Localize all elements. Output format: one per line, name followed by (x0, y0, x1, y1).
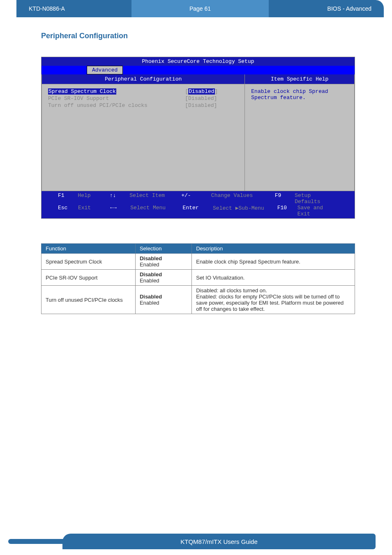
bios-value-selected: Disabled (188, 88, 214, 95)
cell-description: Set IO Virtualization. (192, 270, 355, 286)
legend-action: Select Item (129, 192, 181, 205)
bios-panel-title: Peripheral Configuration (42, 74, 245, 84)
section-label: BIOS - Advanced (269, 0, 384, 17)
cell-selection: DisabledEnabled (135, 286, 191, 314)
cell-selection: DisabledEnabled (135, 254, 191, 270)
legend-key: Enter (183, 205, 213, 217)
bios-settings-list: Spread Spectrum Clock [Disabled] PCIe SR… (42, 84, 245, 191)
legend-key: ←→ (110, 205, 130, 217)
legend-action: Select ▶Sub-Menu (213, 205, 277, 217)
bios-help-text: Enable clock chip Spread Spectrum featur… (245, 84, 355, 191)
cell-description: Enable clock chip Spread Spectrum featur… (192, 254, 355, 270)
cell-function: Turn off unused PCI/PCIe clocks (42, 286, 136, 314)
footer-decoration (8, 539, 66, 544)
bios-tab-advanced: Advanced (87, 66, 123, 74)
cell-selection: DisabledEnabled (135, 270, 191, 286)
bios-tab-bar: Advanced (42, 66, 355, 74)
legend-key: F1 (58, 192, 78, 205)
bios-key-legend: F1 Help ↑↓ Select Item +/- Change Values… (42, 191, 355, 218)
cell-function: Spread Spectrum Clock (42, 254, 136, 270)
page-number: Page 61 (131, 0, 269, 17)
legend-action: Exit (78, 205, 110, 217)
page-header: KTD-N0886-A Page 61 BIOS - Advanced (0, 0, 392, 17)
bios-label: Turn off unused PCI/PCIe clocks (48, 102, 185, 109)
page-footer: KTQM87/mITX Users Guide (8, 534, 376, 549)
table-row: PCIe SR-IOV Support DisabledEnabled Set … (42, 270, 355, 286)
bios-label: Spread Spectrum Clock (48, 88, 116, 95)
parameter-table: Function Selection Description Spread Sp… (41, 243, 355, 314)
legend-key: F10 (277, 205, 297, 217)
bios-help-title: Item Specific Help (245, 74, 355, 84)
table-header-row: Function Selection Description (42, 244, 355, 254)
doc-id: KTD-N0886-A (16, 0, 131, 17)
legend-action: Change Values (211, 192, 275, 205)
col-description: Description (192, 244, 355, 254)
bios-value: [Disabled] (185, 95, 238, 102)
bios-row-sriov: PCIe SR-IOV Support [Disabled] (48, 95, 238, 102)
footer-title: KTQM87/mITX Users Guide (62, 534, 376, 549)
legend-action: Help (78, 192, 109, 205)
legend-key: F9 (275, 192, 295, 205)
col-selection: Selection (135, 244, 191, 254)
table-row: Turn off unused PCI/PCIe clocks Disabled… (42, 286, 355, 314)
table-row: Spread Spectrum Clock DisabledEnabled En… (42, 254, 355, 270)
bios-row-turnoff-clocks: Turn off unused PCI/PCIe clocks [Disable… (48, 102, 238, 109)
bios-value: [Disabled] (185, 102, 238, 109)
cell-function: PCIe SR-IOV Support (42, 270, 136, 286)
cell-description: Disabled: all clocks turned on. Enabled:… (192, 286, 355, 314)
bios-title: Phoenix SecureCore Technology Setup (42, 57, 355, 66)
bios-screenshot: Phoenix SecureCore Technology Setup Adva… (41, 57, 355, 219)
bios-row-spread-spectrum: Spread Spectrum Clock [Disabled] (48, 88, 238, 95)
legend-action: Save and Exit (297, 205, 338, 217)
section-title: Peripheral Configuration (41, 32, 355, 40)
legend-action: Select Menu (130, 205, 182, 217)
bios-label: PCIe SR-IOV Support (48, 95, 185, 102)
legend-key: Esc (58, 205, 78, 217)
legend-action: Setup Defaults (295, 192, 338, 205)
col-function: Function (42, 244, 136, 254)
legend-key: +/- (181, 192, 211, 205)
legend-key: ↑↓ (110, 192, 129, 205)
